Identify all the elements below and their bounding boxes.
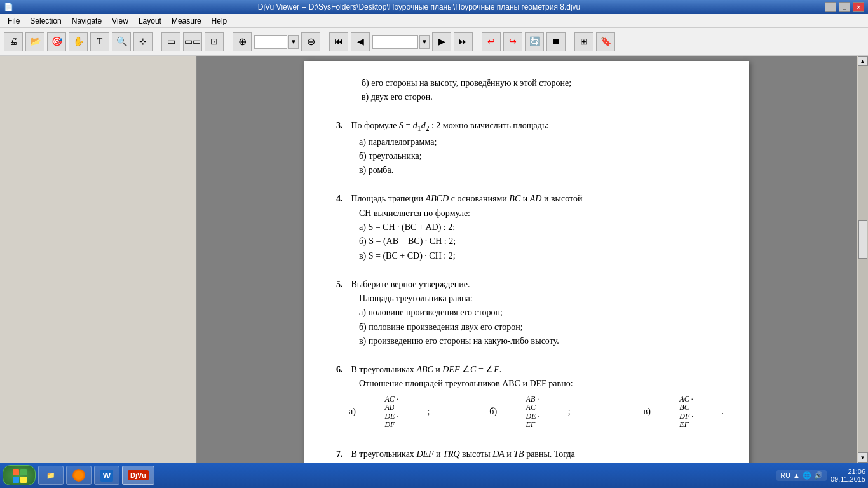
zoom-control: 150% ▼ (254, 35, 299, 49)
djvu-icon: DjVu (128, 470, 149, 480)
line-c-sides: в) двух его сторон. (336, 90, 724, 104)
menu-selection[interactable]: Selection (25, 15, 66, 27)
taskbar-right-area: RU ▲ 🌐 🔊 21:06 09.11.2015 (776, 468, 865, 483)
q3c: в) ромба. (336, 163, 724, 177)
menu-view[interactable]: View (107, 15, 133, 27)
scroll-thumb[interactable] (858, 220, 867, 259)
svg-rect-3 (20, 477, 27, 483)
menu-layout[interactable]: Layout (133, 15, 166, 27)
start-button[interactable] (3, 465, 36, 485)
first-page-button[interactable]: ⏮ (329, 32, 348, 51)
q5-text2: Площадь треугольника равна: (336, 292, 724, 306)
double-page-button[interactable]: ▭▭ (183, 32, 202, 51)
next-page-button[interactable]: ▶ (432, 32, 451, 51)
document-area[interactable]: б) его стороны на высоту, проведённую к … (197, 56, 857, 463)
taskbar-djvu[interactable]: DjVu (122, 466, 154, 485)
expand-tray-icon[interactable]: ▲ (793, 471, 800, 479)
print-button[interactable]: 🖨 (4, 32, 23, 51)
clock-date: 09.11.2015 (831, 475, 865, 483)
zoom-dropdown[interactable]: ▼ (288, 35, 299, 49)
clock-time: 21:06 (848, 468, 865, 475)
page-view-button[interactable]: ▭ (161, 32, 180, 51)
taskbar: 📁 W DjVu RU ▲ 🌐 🔊 21:06 09.11.2015 (0, 463, 868, 488)
clock: 21:06 09.11.2015 (831, 468, 865, 483)
bookmarks-button[interactable]: 🔖 (596, 32, 615, 51)
q6-number: 6. (336, 363, 349, 377)
reload-button[interactable]: 🔄 (525, 32, 544, 51)
window-title: DjVu Viewer -- D:\SysFolders\Desktop\Поу… (13, 3, 825, 11)
q6c-denominator: DF · EF (678, 412, 696, 429)
text-button[interactable]: T (90, 32, 109, 51)
q6c-period: . (722, 405, 724, 419)
q6b-label: б) (489, 405, 499, 419)
select-button[interactable]: ⊹ (133, 32, 153, 51)
maximize-button[interactable]: □ (839, 2, 850, 12)
menu-measure[interactable]: Measure (166, 15, 207, 27)
open-button[interactable]: 📂 (25, 32, 44, 51)
vertical-scrollbar[interactable]: ▲ ▼ (857, 56, 868, 463)
line-b-sides: б) его стороны на высоту, проведённую к … (336, 76, 724, 90)
zoom-minus-btn[interactable]: ⊖ (301, 32, 320, 51)
fit-width-button[interactable]: ⊞ (574, 32, 593, 51)
q3a: а) параллелограмма; (336, 135, 724, 149)
minimize-button[interactable]: — (825, 2, 836, 12)
full-page-button[interactable]: ⊡ (205, 32, 224, 51)
q6a-numerator: AC · AB (383, 395, 402, 412)
zoom-input[interactable]: 150% (254, 35, 287, 49)
back-button[interactable]: ↩ (482, 32, 501, 51)
pan-button[interactable]: ✋ (69, 32, 88, 51)
page-navigation: 130 / 371 ▼ (372, 35, 430, 49)
question-5: 5. Выберите верное утверждение. (336, 278, 724, 292)
scroll-up-button[interactable]: ▲ (858, 56, 868, 66)
q6a-fraction: AC · AB DE · DF (383, 395, 402, 430)
menubar: File Selection Navigate View Layout Meas… (0, 14, 868, 28)
q3-text: По формуле S = d1d2 : 2 можно вычислить … (349, 119, 548, 135)
q5b: б) половине произведения двух его сторон… (336, 320, 724, 334)
q7-text: В треугольниках DEF и TRQ высоты DA и TB… (349, 447, 575, 461)
taskbar-word[interactable]: W (94, 466, 119, 485)
close-button[interactable]: ✕ (853, 2, 864, 12)
system-tray: RU ▲ 🌐 🔊 (776, 470, 827, 481)
scroll-track[interactable] (858, 66, 868, 452)
q6c-numerator: AC · BC (678, 395, 696, 412)
document-page: б) его стороны на высоту, проведённую к … (304, 61, 749, 463)
prev-page-button[interactable]: ◀ (351, 32, 370, 51)
word-icon: W (100, 470, 113, 482)
page-input[interactable]: 130 / 371 (372, 35, 418, 49)
svg-rect-1 (20, 469, 27, 475)
tool3-button[interactable]: 🎯 (47, 32, 66, 51)
svg-rect-0 (13, 469, 19, 475)
menu-file[interactable]: File (3, 15, 25, 27)
q5a: а) половине произведения его сторон; (336, 306, 724, 320)
scroll-down-button[interactable]: ▼ (858, 452, 868, 463)
stop-button[interactable]: ⏹ (546, 32, 566, 51)
zoom-in-button[interactable]: 🔍 (112, 32, 131, 51)
question-4: 4. Площадь трапеции ABCD с основаниями B… (336, 192, 724, 206)
taskbar-file-explorer[interactable]: 📁 (38, 466, 64, 485)
menu-navigate[interactable]: Navigate (67, 15, 107, 27)
q3-number: 3. (336, 119, 349, 135)
question-7: 7. В треугольниках DEF и TRQ высоты DA и… (336, 447, 724, 461)
menu-help[interactable]: Help (207, 15, 233, 27)
page-dropdown[interactable]: ▼ (419, 35, 430, 49)
window-controls: — □ ✕ (825, 2, 864, 12)
zoom-plus-btn[interactable]: ⊕ (233, 32, 252, 51)
forward-button[interactable]: ↪ (503, 32, 522, 51)
q4b: б) S = (AB + BC) · CH : 2; (336, 234, 724, 248)
q4c: в) S = (BC + CD) · CH : 2; (336, 249, 724, 263)
taskbar-browser[interactable] (66, 466, 92, 485)
q6a-label: а) (349, 405, 358, 419)
left-panel (0, 56, 197, 463)
q5c: в) произведению его стороны на какую-либ… (336, 334, 724, 348)
q6a-denominator: DE · DF (383, 412, 402, 429)
network-icon: 🌐 (803, 471, 811, 480)
question-3: 3. По формуле S = d1d2 : 2 можно вычисли… (336, 119, 724, 135)
file-explorer-icon: 📁 (46, 471, 55, 480)
lang-indicator: RU (780, 471, 790, 479)
last-page-button[interactable]: ⏭ (454, 32, 473, 51)
window-icon: 📄 (4, 3, 13, 11)
question-6: 6. В треугольниках ABC и DEF ∠C = ∠F. (336, 363, 724, 377)
q4-number: 4. (336, 192, 349, 206)
q6b-fraction: AB · AC DE · EF (525, 395, 543, 430)
main-area: б) его стороны на высоту, проведённую к … (0, 56, 868, 463)
